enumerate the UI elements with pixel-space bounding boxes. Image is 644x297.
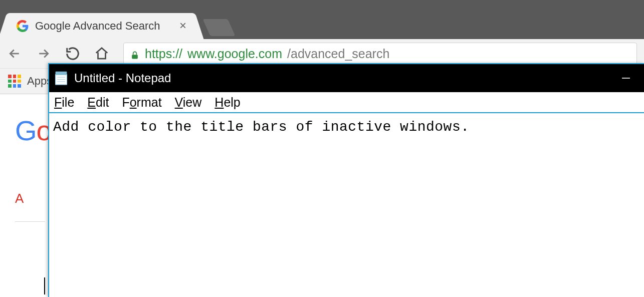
notepad-titlebar[interactable]: Untitled - Notepad — [49, 64, 644, 92]
text-caret — [44, 277, 45, 294]
back-button[interactable] — [7, 46, 22, 61]
new-tab-button[interactable] — [202, 19, 235, 36]
google-favicon — [16, 20, 29, 33]
menu-edit[interactable]: Edit — [87, 95, 109, 110]
minimize-button[interactable] — [608, 64, 644, 92]
reload-button[interactable] — [65, 46, 80, 61]
window-title: Untitled - Notepad — [74, 71, 608, 85]
browser-tab[interactable]: Google Advanced Search × — [7, 13, 195, 39]
chrome-tabstrip: Google Advanced Search × — [0, 0, 644, 39]
svg-rect-0 — [132, 55, 138, 59]
forward-button[interactable] — [36, 46, 51, 61]
url-scheme: https:// — [145, 47, 182, 61]
window-controls — [608, 64, 644, 92]
url-host: www.google.com — [187, 47, 282, 61]
notepad-text-area[interactable]: Add color to the title bars of inactive … — [49, 113, 644, 141]
lock-icon — [130, 49, 140, 59]
url-path: /advanced_search — [287, 47, 389, 61]
menu-help[interactable]: Help — [214, 95, 240, 110]
menu-format[interactable]: Format — [122, 95, 161, 110]
tab-title: Google Advanced Search — [35, 20, 172, 33]
menu-file[interactable]: File — [54, 95, 74, 110]
svg-rect-2 — [56, 72, 67, 75]
apps-icon[interactable] — [8, 75, 21, 88]
notepad-menubar: File Edit Format View Help — [49, 92, 644, 113]
address-bar[interactable]: https://www.google.com/advanced_search — [123, 43, 637, 65]
notepad-window: Untitled - Notepad File Edit Format View… — [48, 63, 644, 297]
tab-close-icon[interactable]: × — [178, 21, 188, 31]
divider — [15, 221, 45, 222]
home-button[interactable] — [94, 46, 109, 61]
menu-view[interactable]: View — [175, 95, 202, 110]
notepad-icon — [54, 71, 68, 86]
